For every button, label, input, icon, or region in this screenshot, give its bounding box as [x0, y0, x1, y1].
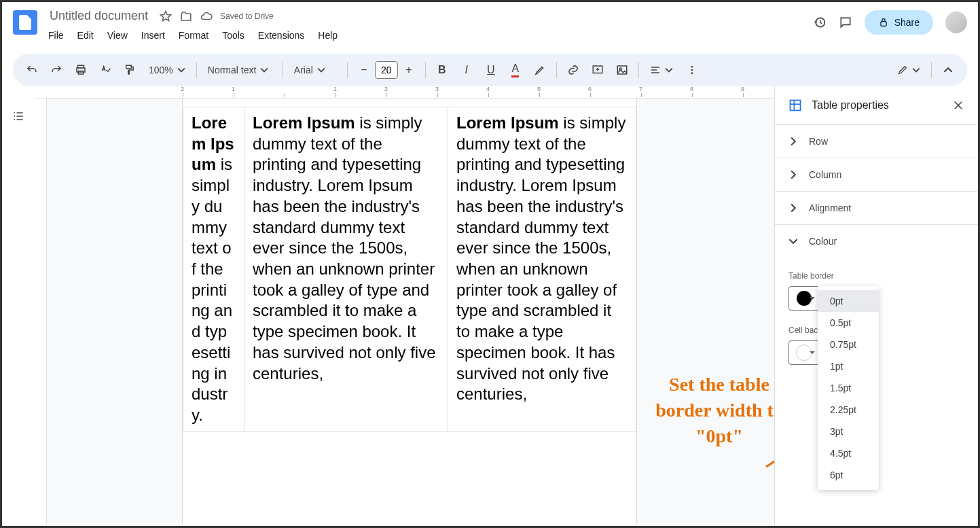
table-cell[interactable]: Lorem Ipsum is simply dummy text of the …: [244, 107, 448, 432]
chevron-right-icon: [788, 170, 798, 179]
redo-button[interactable]: [46, 59, 67, 81]
menu-view[interactable]: View: [102, 27, 133, 43]
menu-format[interactable]: Format: [173, 27, 214, 43]
border-width-option[interactable]: 2.25pt: [818, 399, 879, 421]
svg-point-10: [691, 69, 693, 71]
account-avatar[interactable]: [945, 12, 967, 33]
border-width-menu: 0pt 0.5pt 0.75pt 1pt 1.5pt 2.25pt 3pt 4.…: [818, 286, 879, 490]
share-button[interactable]: Share: [865, 10, 933, 35]
svg-rect-5: [126, 65, 132, 69]
align-dropdown[interactable]: [645, 59, 678, 81]
outline-icon[interactable]: [7, 105, 29, 127]
table-border-label: Table border: [788, 271, 964, 281]
border-width-option[interactable]: 0.75pt: [818, 334, 879, 355]
sidebar-item-column[interactable]: Column: [775, 158, 978, 191]
border-width-option[interactable]: 0pt: [818, 290, 879, 312]
sidebar-title: Table properties: [812, 99, 889, 111]
editing-mode-dropdown[interactable]: [892, 59, 926, 81]
menu-insert[interactable]: Insert: [136, 27, 170, 43]
background-color-dropdown[interactable]: [788, 340, 820, 365]
comment-button[interactable]: [587, 59, 609, 81]
document-table[interactable]: Lorem Ipsum is simply dummy text of the …: [183, 107, 636, 432]
annotation-text: Set the table border width to "0pt": [645, 372, 774, 448]
star-icon[interactable]: [159, 10, 173, 23]
svg-rect-1: [881, 22, 886, 27]
link-button[interactable]: [562, 59, 584, 81]
menu-extensions[interactable]: Extensions: [253, 27, 310, 43]
border-width-option[interactable]: 0.5pt: [818, 312, 879, 334]
image-button[interactable]: [611, 59, 633, 81]
italic-button[interactable]: I: [456, 59, 477, 81]
font-size-increase[interactable]: +: [398, 59, 420, 81]
menu-tools[interactable]: Tools: [217, 27, 250, 43]
page[interactable]: Lorem Ipsum is simply dummy text of the …: [183, 99, 636, 525]
share-label: Share: [894, 17, 920, 28]
border-width-option[interactable]: 1.5pt: [818, 377, 879, 399]
chevron-right-icon: [788, 137, 798, 146]
border-width-option[interactable]: 3pt: [818, 421, 879, 442]
border-width-option[interactable]: 6pt: [818, 464, 879, 486]
svg-rect-7: [617, 66, 627, 74]
paint-format-button[interactable]: [119, 59, 141, 81]
menu-help[interactable]: Help: [312, 27, 343, 43]
move-icon[interactable]: [179, 10, 193, 23]
svg-rect-12: [791, 101, 801, 111]
table-icon: [788, 99, 802, 112]
sidebar-item-row[interactable]: Row: [775, 125, 978, 158]
collapse-toolbar-button[interactable]: [937, 59, 959, 81]
chevron-down-icon: [788, 236, 798, 246]
sidebar-item-colour[interactable]: Colour: [775, 225, 978, 258]
menu-file[interactable]: File: [43, 27, 69, 43]
menubar: File Edit View Insert Format Tools Exten…: [43, 27, 813, 43]
undo-button[interactable]: [21, 59, 43, 81]
table-cell[interactable]: Lorem Ipsum is simply dummy text of the …: [448, 107, 636, 432]
toolbar: 100% Normal text Arial − + B I U A: [13, 54, 967, 86]
comments-icon[interactable]: [839, 16, 852, 29]
vertical-ruler: [35, 99, 47, 525]
table-cell[interactable]: Lorem Ipsum is simply dummy text of the …: [183, 107, 244, 432]
border-width-option[interactable]: 4.5pt: [818, 442, 879, 464]
chevron-right-icon: [788, 203, 798, 213]
docs-logo[interactable]: [13, 10, 37, 35]
svg-point-11: [691, 72, 693, 74]
horizontal-ruler: 2 1 1 2 3 4 5 6 7 8 9 10 11 12 13 14 15: [35, 86, 774, 99]
sidebar-item-alignment[interactable]: Alignment: [775, 192, 978, 224]
font-dropdown[interactable]: Arial: [289, 59, 342, 81]
text-color-button[interactable]: A: [505, 59, 526, 81]
underline-button[interactable]: U: [480, 59, 502, 81]
border-width-option[interactable]: 1pt: [818, 355, 879, 377]
spellcheck-button[interactable]: [94, 59, 116, 81]
style-dropdown[interactable]: Normal text: [202, 59, 277, 81]
menu-edit[interactable]: Edit: [72, 27, 99, 43]
svg-point-9: [691, 66, 693, 68]
zoom-dropdown[interactable]: 100%: [143, 59, 191, 81]
save-status: Saved to Drive: [220, 12, 274, 21]
close-sidebar-button[interactable]: [952, 99, 964, 111]
border-color-dropdown[interactable]: [788, 286, 820, 311]
print-button[interactable]: [70, 59, 92, 81]
highlight-button[interactable]: [529, 59, 551, 81]
font-size-decrease[interactable]: −: [353, 59, 375, 81]
more-button[interactable]: [681, 59, 703, 81]
font-size-input[interactable]: [375, 61, 398, 79]
history-icon[interactable]: [813, 16, 827, 29]
bold-button[interactable]: B: [431, 59, 453, 81]
document-title[interactable]: Untitled document: [46, 7, 152, 24]
cloud-icon[interactable]: [200, 10, 213, 23]
